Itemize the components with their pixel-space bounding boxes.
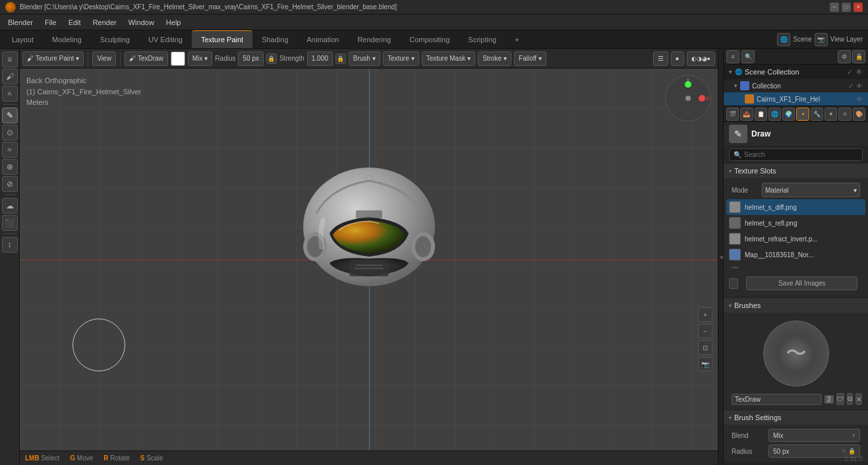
shading-btn[interactable]: ●: [671, 51, 684, 66]
falloff-btn[interactable]: Falloff ▾: [514, 51, 546, 66]
scene-icon-btn[interactable]: 🌐: [777, 33, 790, 46]
fill-tool-btn[interactable]: ⊘: [2, 176, 18, 192]
navigation-gizmo[interactable]: X Y: [665, 75, 711, 121]
maximize-button[interactable]: □: [842, 3, 851, 12]
output-props-btn[interactable]: 📤: [740, 108, 753, 121]
mode-selector-btn[interactable]: 🖌 Texture Paint ▾: [22, 51, 84, 66]
search-input[interactable]: [744, 151, 858, 158]
gizmo-center[interactable]: [685, 96, 691, 101]
object-props-btn[interactable]: 🔸: [796, 108, 809, 121]
brush-duplicate-btn[interactable]: ⧉: [847, 393, 853, 405]
mask-fill-tool-btn[interactable]: ☁: [2, 198, 18, 214]
mode-select[interactable]: Material ▾: [762, 183, 860, 197]
brush-menu-btn[interactable]: Brush ▾: [349, 51, 380, 66]
texture-slot-3[interactable]: Map__10183618_Nor...: [726, 247, 865, 263]
strength-value-btn[interactable]: 1.000: [307, 51, 333, 66]
tab-texture-paint[interactable]: Texture Paint: [192, 30, 252, 48]
strength-lock-icon[interactable]: 🔒: [335, 53, 346, 64]
transform-tool-btn[interactable]: ↕: [2, 237, 18, 253]
search-box[interactable]: 🔍: [729, 148, 863, 161]
smear-tool-btn[interactable]: ≈: [2, 142, 18, 158]
menu-help[interactable]: Help: [161, 17, 187, 28]
tab-rendering[interactable]: Rendering: [348, 30, 400, 48]
menu-file[interactable]: File: [40, 17, 62, 28]
brush-delete-btn[interactable]: ✕: [855, 393, 862, 405]
zoom-fit-icon[interactable]: ⊡: [698, 340, 712, 355]
object-visibility[interactable]: 👁: [856, 96, 863, 103]
mode-icon-btn[interactable]: ≡: [2, 51, 18, 67]
brushes-header[interactable]: ▾ Brushes: [724, 298, 868, 313]
save-all-images-btn[interactable]: Save All Images: [746, 276, 857, 290]
close-button[interactable]: ✕: [854, 3, 863, 12]
scene-props-btn[interactable]: 🌐: [768, 108, 781, 121]
tab-scripting[interactable]: Scripting: [459, 30, 506, 48]
brush-name-input[interactable]: [732, 394, 822, 405]
world-props-btn[interactable]: 🌍: [782, 108, 795, 121]
tab-shading[interactable]: Shading: [252, 30, 297, 48]
texture-slot-0[interactable]: helmet_s_diff.png: [726, 199, 865, 215]
camera-view-icon[interactable]: 📷: [698, 357, 712, 371]
stroke-btn[interactable]: Stroke ▾: [478, 51, 511, 66]
mask-tool-btn[interactable]: ⬛: [2, 215, 18, 231]
particles-props-btn[interactable]: ✦: [825, 108, 837, 121]
tab-animation[interactable]: Animation: [298, 30, 349, 48]
physics-props-btn[interactable]: ⚛: [838, 108, 851, 121]
outliner-filter-btn[interactable]: 🔍: [741, 50, 755, 63]
soften-tool-btn[interactable]: ⊙: [2, 125, 18, 140]
viewport-shading-btn[interactable]: ◐◑◕●: [687, 51, 715, 66]
collection-eye[interactable]: 👁: [856, 82, 863, 90]
render-props-btn[interactable]: 🎬: [726, 108, 739, 121]
outliner-icon-btn[interactable]: ≡: [726, 50, 739, 63]
tab-add[interactable]: +: [506, 30, 528, 48]
minimize-button[interactable]: ─: [830, 3, 839, 12]
zoom-out-icon[interactable]: −: [698, 324, 712, 338]
brush-type-icon: 🖌: [129, 55, 136, 62]
gizmo-x-axis[interactable]: [699, 95, 705, 102]
overlay-btn[interactable]: ☰: [653, 51, 668, 66]
modifier-props-btn[interactable]: 🔧: [811, 108, 823, 121]
texture-slots-header[interactable]: ▾ Texture Slots: [724, 164, 868, 178]
radius-lock-icon[interactable]: 🔒: [266, 53, 277, 64]
menu-render[interactable]: Render: [88, 17, 122, 28]
tab-sculpting[interactable]: Sculpting: [91, 30, 139, 48]
texture-mask-btn[interactable]: Texture Mask ▾: [422, 51, 475, 66]
blend-prop-value[interactable]: Mix ▾: [768, 429, 860, 442]
view-menu-btn[interactable]: View: [92, 51, 116, 66]
outliner-action-1[interactable]: ⚙: [838, 50, 851, 63]
menu-blender[interactable]: Blender: [3, 17, 38, 28]
brush-settings-header[interactable]: ▾ Brush Settings: [724, 410, 868, 425]
outliner-action-2[interactable]: 🔒: [852, 50, 865, 63]
scene-collection-eye[interactable]: 👁: [855, 68, 863, 77]
material-props-btn[interactable]: 🎨: [853, 108, 865, 121]
tab-modeling[interactable]: Modeling: [43, 30, 91, 48]
brush-type-btn[interactable]: 🖌 TexDraw: [125, 51, 168, 66]
view-layer-icon-btn[interactable]: 📷: [815, 33, 828, 46]
tab-uv-editing[interactable]: UV Editing: [139, 30, 192, 48]
annotate-btn[interactable]: A: [2, 86, 18, 102]
radius-value-btn[interactable]: 50 px: [238, 51, 263, 66]
object-item[interactable]: Cairns_XF1_Fire_Hel 👁: [724, 92, 868, 106]
texture-menu-btn[interactable]: Texture ▾: [383, 51, 419, 66]
gizmo-circle[interactable]: X Y: [665, 75, 711, 121]
collection-item[interactable]: ▾ Collection ✓ 👁: [724, 79, 868, 92]
viewport[interactable]: Back Orthographic (1) Cairns_XF1_Fire_He…: [20, 69, 718, 450]
clone-tool-btn[interactable]: ⊕: [2, 159, 18, 175]
tab-compositing[interactable]: Compositing: [400, 30, 459, 48]
menu-window[interactable]: Window: [123, 17, 159, 28]
blend-prop-label: Blend: [732, 432, 765, 439]
texture-slot-2[interactable]: helmet_refract_invert.p...: [726, 231, 865, 247]
collection-visibility[interactable]: ✓: [848, 82, 854, 90]
texture-slot-1[interactable]: helmet_s_refl.png: [726, 215, 865, 231]
tab-layout[interactable]: Layout: [3, 30, 43, 48]
brush-shield-btn[interactable]: 🛡: [836, 393, 844, 405]
save-all-checkbox[interactable]: [729, 278, 738, 289]
brush-tool-btn[interactable]: 🖌: [2, 69, 18, 84]
blend-mode-btn[interactable]: Mix ▾: [188, 51, 213, 66]
panel-collapse-handle[interactable]: ◀: [718, 49, 723, 465]
draw-tool-btn[interactable]: ✎: [2, 108, 18, 123]
scene-collection-header[interactable]: ▾ 🌐 Scene Collection ✓ 👁: [724, 65, 868, 79]
menu-edit[interactable]: Edit: [63, 17, 86, 28]
view-layer-props-btn[interactable]: 📋: [755, 108, 767, 121]
color-swatch[interactable]: [171, 51, 185, 66]
zoom-in-icon[interactable]: +: [698, 307, 712, 322]
